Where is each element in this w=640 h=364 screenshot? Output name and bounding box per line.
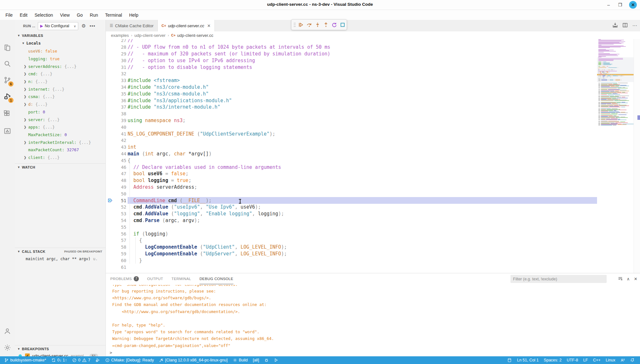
code-line-32[interactable]: 32 bbox=[106, 70, 597, 77]
variable-cmd[interactable]: ❯cmd: {...} bbox=[15, 70, 105, 78]
statusbar-eol[interactable]: LF bbox=[581, 356, 590, 364]
expand-chevron-icon[interactable]: ❯ bbox=[24, 103, 28, 106]
code-line-38[interactable]: 38 bbox=[106, 111, 597, 117]
breadcrumb-udp-client-server.cc[interactable]: udp-client-server.cc bbox=[177, 33, 214, 38]
breakpoint-gutter[interactable] bbox=[106, 264, 114, 270]
install-tray-icon[interactable] bbox=[612, 22, 618, 29]
variable-MaxPacketSize[interactable]: MaxPacketSize: 0 bbox=[15, 131, 105, 139]
minimap[interactable] bbox=[597, 39, 634, 273]
menu-file[interactable]: File bbox=[2, 11, 16, 19]
code-line-41[interactable]: 41NS_LOG_COMPONENT_DEFINE ("UdpClientSer… bbox=[106, 130, 597, 137]
breakpoint-gutter[interactable] bbox=[106, 70, 114, 77]
code-line-46[interactable]: 46 // Declare variables used in command-… bbox=[106, 164, 597, 170]
breakpoint-gutter[interactable] bbox=[106, 251, 114, 257]
activitybar-source-control[interactable]: 6 bbox=[0, 73, 15, 87]
statusbar-launch-target-play[interactable] bbox=[272, 356, 281, 364]
statusbar-encoding[interactable]: UTF-8 bbox=[564, 356, 580, 364]
statusbar-sync-status[interactable]: 0↓ 1↑ bbox=[49, 356, 69, 364]
statusbar-os-indicator[interactable]: Linux bbox=[603, 356, 618, 364]
console-filter-input[interactable]: Filter (e.g. text, !exclude) bbox=[510, 275, 607, 283]
restart-button[interactable] bbox=[330, 21, 338, 29]
breakpoint-gutter[interactable] bbox=[106, 144, 114, 151]
tab-udp-client-server-cc[interactable]: C+udp-client-server.cc✕ bbox=[158, 20, 215, 31]
variable-n[interactable]: ❯n: {...} bbox=[15, 78, 105, 86]
editor-scrollbar[interactable] bbox=[634, 39, 640, 273]
expand-chevron-icon[interactable]: ❯ bbox=[24, 72, 28, 76]
activitybar-account[interactable] bbox=[0, 324, 15, 338]
code-line-60[interactable]: 60 } bbox=[106, 257, 597, 264]
breadcrumb-examples[interactable]: examples bbox=[111, 33, 129, 38]
statusbar-cmake-status[interactable]: CMake: [Debug]: Ready bbox=[103, 356, 156, 364]
variable-maxPacketCount[interactable]: maxPacketCount: 32767 bbox=[15, 146, 105, 154]
panel-tab-output[interactable]: OUTPUT bbox=[147, 273, 163, 284]
menu-view[interactable]: View bbox=[56, 11, 73, 19]
code-line-35[interactable]: 35#include "ns3/csma-module.h" bbox=[106, 90, 597, 97]
breakpoint-gutter[interactable] bbox=[106, 90, 114, 97]
menu-go[interactable]: Go bbox=[73, 11, 86, 19]
code-line-42[interactable]: 42 bbox=[106, 137, 597, 144]
breakpoint-gutter[interactable] bbox=[106, 97, 114, 104]
expand-chevron-icon[interactable]: ❯ bbox=[24, 125, 28, 129]
breakpoint-gutter[interactable] bbox=[106, 130, 114, 137]
expand-chevron-icon[interactable]: ❯ bbox=[24, 118, 28, 121]
code-line-58[interactable]: 58 LogComponentEnable ("UdpClient", LOG_… bbox=[106, 244, 597, 251]
code-line-55[interactable]: 55 bbox=[106, 224, 597, 230]
launch-config-dropdown[interactable]: ▶ No Configural ∨ bbox=[38, 22, 78, 30]
variable-useV6[interactable]: useV6: false bbox=[15, 47, 105, 55]
menu-edit[interactable]: Edit bbox=[16, 11, 31, 19]
code-editor[interactable]: 27//28// - UDP flow from n0 to n1 of 102… bbox=[106, 39, 597, 273]
breakpoint-gutter[interactable] bbox=[106, 257, 114, 264]
split-editor-icon[interactable] bbox=[622, 22, 628, 29]
activitybar-extensions[interactable] bbox=[0, 106, 15, 121]
statusbar-debug-status[interactable] bbox=[93, 356, 102, 364]
code-line-36[interactable]: 36#include "ns3/applications-module.h" bbox=[106, 97, 597, 104]
breakpoint-gutter[interactable] bbox=[106, 51, 114, 57]
activitybar-cmake-tool[interactable] bbox=[0, 124, 15, 138]
code-line-51[interactable]: 51 CommandLine cmd (__FILE__); bbox=[106, 197, 597, 204]
code-line-54[interactable]: 54 cmd.Parse (argc, argv); bbox=[106, 217, 597, 224]
breakpoint-gutter[interactable] bbox=[106, 184, 114, 191]
menu-help[interactable]: Help bbox=[126, 11, 142, 19]
code-line-37[interactable]: 37#include "ns3/internet-module.h" bbox=[106, 104, 597, 111]
breakpoint-gutter[interactable] bbox=[106, 151, 114, 157]
code-line-50[interactable]: 50 bbox=[106, 190, 597, 197]
restore-button[interactable]: ❐ bbox=[616, 1, 624, 9]
start-debug-icon[interactable]: ▶ bbox=[40, 24, 43, 28]
breakpoint-gutter[interactable] bbox=[106, 237, 114, 244]
tab-cmake-cache-editor[interactable]: ☰CMake Cache Editor bbox=[106, 20, 158, 31]
step-over-button[interactable] bbox=[306, 21, 313, 29]
close-tab-icon[interactable]: ✕ bbox=[207, 23, 211, 28]
expand-chevron-icon[interactable]: ❯ bbox=[24, 80, 28, 83]
panel-tab-debug-console[interactable]: DEBUG CONSOLE bbox=[199, 273, 233, 284]
variable-serverAddress[interactable]: ❯serverAddress: {...} bbox=[15, 62, 105, 70]
close-panel-icon[interactable]: ✕ bbox=[634, 277, 637, 281]
breakpoint-gutter[interactable] bbox=[106, 211, 114, 217]
statusbar-debug-target-bug[interactable] bbox=[262, 356, 271, 364]
breakpoint-gutter[interactable] bbox=[106, 111, 114, 117]
activitybar-run-debug[interactable]: 1 bbox=[0, 89, 15, 104]
statusbar-database-indicator[interactable] bbox=[505, 356, 514, 364]
code-line-56[interactable]: 56 if (logging) bbox=[106, 230, 597, 237]
expand-chevron-icon[interactable]: ❯ bbox=[24, 156, 28, 159]
breakpoint-gutter[interactable] bbox=[106, 217, 114, 224]
code-line-29[interactable]: 29// - maximum of 320 packets sent (or l… bbox=[106, 51, 597, 57]
breakpoint-gutter[interactable] bbox=[106, 177, 114, 184]
statusbar-build-button[interactable]: Build bbox=[231, 356, 250, 364]
code-line-49[interactable]: 49 Address serverAddress; bbox=[106, 184, 597, 191]
breakpoint-gutter[interactable] bbox=[106, 64, 114, 70]
breakpoint-gutter[interactable] bbox=[106, 204, 114, 211]
variable-client[interactable]: ❯client: {...} bbox=[15, 154, 105, 161]
menu-selection[interactable]: Selection bbox=[31, 11, 57, 19]
statusbar-indentation[interactable]: Spaces: 2 bbox=[542, 356, 564, 364]
code-line-40[interactable]: 40 bbox=[106, 124, 597, 130]
expand-chevron-icon[interactable]: ❯ bbox=[24, 65, 28, 68]
expand-chevron-icon[interactable]: ❯ bbox=[24, 87, 28, 91]
debug-console-output[interactable]: Type "show configuration" for configurat… bbox=[112, 285, 634, 349]
code-line-52[interactable]: 52 cmd.AddValue ("useIpv6", "Use Ipv6", … bbox=[106, 204, 597, 211]
close-button[interactable]: ✕ bbox=[629, 1, 637, 9]
variable-apps[interactable]: ❯apps: {...} bbox=[15, 123, 105, 131]
statusbar-feedback[interactable] bbox=[618, 356, 627, 364]
breakpoint-gutter[interactable] bbox=[106, 104, 114, 111]
code-line-30[interactable]: 30// - option to use IPv4 or IPv6 addres… bbox=[106, 57, 597, 64]
expand-chevron-icon[interactable]: ❯ bbox=[24, 141, 28, 144]
